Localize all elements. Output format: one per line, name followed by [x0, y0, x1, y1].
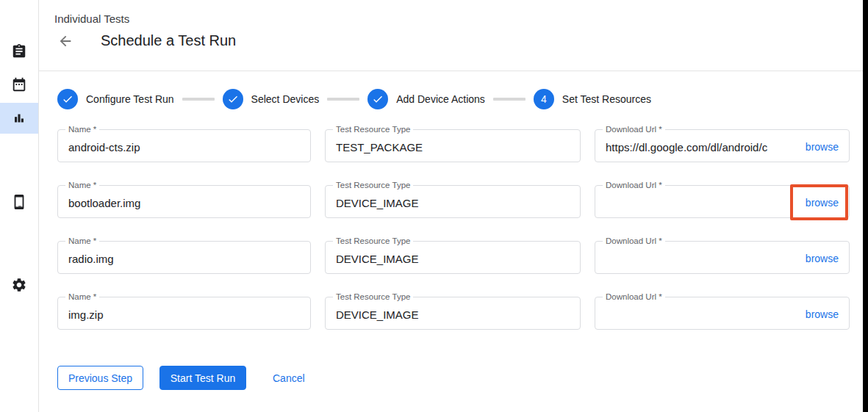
- content: Configure Test Run Select Devices Add De…: [39, 71, 863, 390]
- check-icon: [62, 93, 73, 105]
- step-completed-circle: [367, 89, 388, 109]
- stepper: Configure Test Run Select Devices Add De…: [57, 89, 863, 109]
- step-completed-circle: [57, 89, 78, 109]
- check-icon: [227, 93, 239, 105]
- arrow-left-icon: [57, 33, 73, 49]
- field-label: Name *: [65, 181, 99, 190]
- step-label: Add Device Actions: [396, 93, 485, 105]
- step-set-test-resources[interactable]: 4 Set Test Resources: [534, 89, 651, 109]
- resource-type-field[interactable]: Test Resource Type TEST_PACKAGE: [325, 129, 581, 162]
- name-field[interactable]: Name * android-cts.zip: [57, 129, 311, 162]
- main-panel: Individual Tests Schedule a Test Run Con…: [39, 0, 863, 412]
- sidebar-item-tests[interactable]: [0, 35, 38, 68]
- field-value: img.zip: [68, 308, 300, 321]
- step-configure-test-run[interactable]: Configure Test Run: [57, 89, 174, 109]
- download-url-field[interactable]: Download Url * https://dl.google.com/dl/…: [595, 129, 850, 162]
- field-label: Name *: [65, 125, 99, 134]
- gear-icon: [11, 277, 27, 293]
- browse-link[interactable]: browse: [806, 253, 839, 264]
- field-value: DEVICE_IMAGE: [336, 197, 570, 209]
- field-label: Download Url *: [603, 236, 665, 246]
- step-select-devices[interactable]: Select Devices: [223, 89, 320, 109]
- start-test-run-button[interactable]: Start Test Run: [159, 366, 246, 390]
- resource-type-field[interactable]: Test Resource Type DEVICE_IMAGE: [325, 241, 581, 274]
- breadcrumb: Individual Tests: [54, 12, 129, 25]
- resource-type-field[interactable]: Test Resource Type DEVICE_IMAGE: [325, 297, 581, 330]
- back-button[interactable]: [57, 32, 74, 50]
- clipboard-icon: [11, 43, 27, 59]
- field-label: Download Url *: [603, 181, 665, 190]
- name-field[interactable]: Name * img.zip: [57, 297, 311, 330]
- page-header: Individual Tests Schedule a Test Run: [39, 0, 863, 71]
- field-value: DEVICE_IMAGE: [336, 253, 570, 265]
- browse-link[interactable]: browse: [806, 141, 839, 153]
- test-resources-form: Name * android-cts.zip Test Resource Typ…: [57, 129, 863, 330]
- sidebar-item-settings[interactable]: [0, 269, 38, 301]
- cancel-button[interactable]: Cancel: [273, 372, 305, 384]
- step-connector: [182, 98, 215, 101]
- step-label: Select Devices: [251, 93, 320, 105]
- field-label: Name *: [65, 236, 99, 246]
- check-icon: [372, 93, 384, 105]
- field-label: Download Url *: [603, 125, 665, 134]
- bar-chart-icon: [11, 110, 27, 126]
- field-value: android-cts.zip: [68, 141, 300, 153]
- field-value: TEST_PACKAGE: [336, 141, 570, 153]
- step-connector: [327, 98, 359, 101]
- field-label: Test Resource Type: [333, 125, 413, 134]
- browse-link[interactable]: browse: [806, 308, 839, 320]
- previous-step-button[interactable]: Previous Step: [57, 366, 143, 390]
- field-label: Name *: [65, 292, 99, 302]
- step-label: Configure Test Run: [86, 93, 174, 105]
- field-label: Test Resource Type: [333, 292, 413, 302]
- step-connector: [493, 98, 526, 101]
- download-url-field[interactable]: Download Url * browse: [595, 241, 850, 274]
- step-label: Set Test Resources: [562, 93, 651, 105]
- field-value: bootloader.img: [68, 197, 300, 209]
- sidebar-item-test-runs[interactable]: [0, 103, 38, 134]
- step-number-circle: 4: [534, 89, 554, 109]
- field-label: Test Resource Type: [333, 236, 413, 246]
- field-label: Test Resource Type: [333, 181, 413, 190]
- download-url-field[interactable]: Download Url * browse: [595, 297, 850, 330]
- calendar-icon: [11, 76, 27, 93]
- page-title: Schedule a Test Run: [101, 32, 236, 49]
- browse-link[interactable]: browse: [806, 197, 839, 209]
- phone-icon: [11, 194, 27, 210]
- window-edge-strip: [863, 0, 868, 412]
- step-completed-circle: [223, 89, 243, 109]
- sidebar-item-plans[interactable]: [0, 68, 38, 101]
- sidebar: [0, 0, 39, 412]
- field-value: radio.img: [68, 253, 300, 265]
- sidebar-item-devices[interactable]: [0, 186, 38, 218]
- field-value: DEVICE_IMAGE: [336, 308, 570, 321]
- download-url-field[interactable]: Download Url * browse: [595, 185, 850, 218]
- footer-actions: Previous Step Start Test Run Cancel: [57, 366, 863, 390]
- field-label: Download Url *: [603, 292, 665, 302]
- name-field[interactable]: Name * radio.img: [57, 241, 311, 274]
- resource-type-field[interactable]: Test Resource Type DEVICE_IMAGE: [325, 185, 581, 218]
- step-add-device-actions[interactable]: Add Device Actions: [367, 89, 485, 109]
- field-value: https://dl.google.com/dl/android/c: [606, 141, 798, 153]
- name-field[interactable]: Name * bootloader.img: [57, 185, 311, 218]
